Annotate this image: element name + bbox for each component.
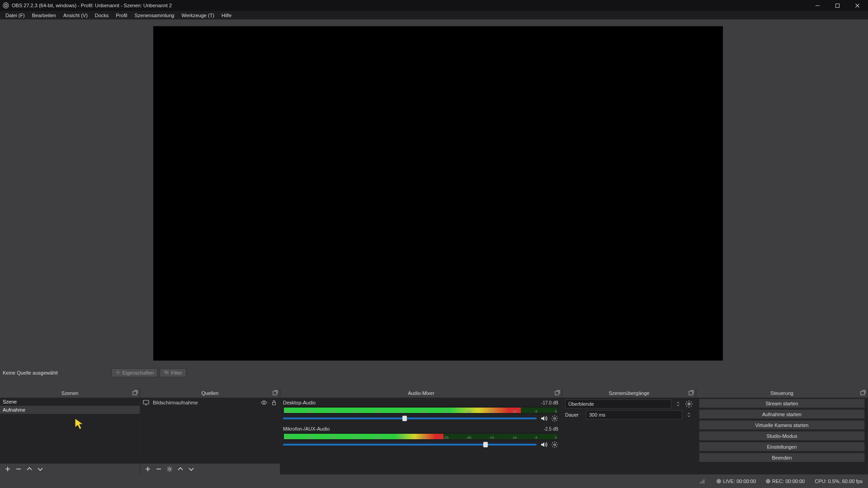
controls-dock: Steuerung Stream starten Aufnahme starte… <box>696 389 868 474</box>
scenes-header[interactable]: Szenen <box>0 389 140 398</box>
svg-rect-15 <box>689 391 693 395</box>
no-source-label: Keine Quelle ausgewählt <box>3 370 58 375</box>
filter-icon <box>164 370 171 376</box>
speaker-icon[interactable] <box>540 441 547 448</box>
cpu-status: CPU: 0.5%, 60.00 fps <box>815 479 863 484</box>
add-source-button[interactable] <box>144 465 152 473</box>
source-row[interactable]: Bildschirmaufnahme <box>140 398 280 408</box>
menu-docks[interactable]: Docks <box>92 12 112 19</box>
menubar: Datei (F) Bearbeiten Ansicht (V) Docks P… <box>0 11 868 19</box>
mixer-channel: Mikrofon-/AUX-Audio -2.5 dB -60-55-50-45… <box>283 426 558 448</box>
svg-rect-6 <box>133 391 137 395</box>
svg-point-14 <box>554 444 556 446</box>
channel-name: Desktop-Audio <box>283 400 316 405</box>
sources-title: Quellen <box>202 390 219 396</box>
scenes-list: Szene Aufnahme <box>0 398 140 464</box>
remove-source-button[interactable] <box>155 465 163 473</box>
window-title: OBS 27.2.3 (64-bit, windows) - Profil: U… <box>12 3 172 8</box>
mixer-body: Desktop-Audio -17.0 dB -60-55-50-45-40-3… <box>280 398 562 474</box>
display-capture-icon <box>143 399 149 406</box>
svg-rect-8 <box>143 400 149 404</box>
controls-body: Stream starten Aufnahme starten Virtuell… <box>696 398 868 474</box>
source-up-button[interactable] <box>176 465 184 473</box>
sources-header[interactable]: Quellen <box>140 389 280 398</box>
preview-canvas[interactable] <box>153 26 723 361</box>
properties-button[interactable]: Eigenschaften <box>111 368 158 377</box>
live-status: LIVE: 00:00:00 <box>717 479 756 484</box>
speaker-icon[interactable] <box>540 415 547 422</box>
duration-input[interactable]: 300 ms <box>586 410 682 419</box>
start-stream-button[interactable]: Stream starten <box>699 399 865 408</box>
svg-point-13 <box>554 418 556 419</box>
studio-mode-button[interactable]: Studio-Modus <box>699 431 865 441</box>
popout-icon[interactable] <box>132 390 138 395</box>
eye-icon[interactable] <box>261 399 267 406</box>
mixer-channels: Desktop-Audio -17.0 dB -60-55-50-45-40-3… <box>280 398 562 474</box>
svg-point-3 <box>117 372 118 373</box>
transition-select[interactable]: Überblende <box>565 399 671 408</box>
svg-point-9 <box>263 402 265 404</box>
svg-rect-17 <box>861 391 864 395</box>
svg-rect-19 <box>702 481 703 483</box>
menu-view[interactable]: Ansicht (V) <box>61 12 90 19</box>
scene-item[interactable]: Aufnahme <box>0 406 140 414</box>
source-down-button[interactable] <box>187 465 195 473</box>
sources-list: Bildschirmaufnahme <box>140 398 280 464</box>
maximize-button[interactable] <box>827 0 847 11</box>
slider-thumb[interactable] <box>483 442 488 447</box>
source-properties-button[interactable] <box>165 465 174 473</box>
add-scene-button[interactable] <box>4 465 12 473</box>
scenes-dock: Szenen Szene Aufnahme <box>0 389 140 474</box>
menu-profile[interactable]: Profil <box>113 12 130 19</box>
remove-scene-button[interactable] <box>14 465 23 473</box>
docks-row: Szenen Szene Aufnahme Quellen Bildschirm… <box>0 389 868 474</box>
exit-button[interactable]: Beenden <box>699 453 865 462</box>
filters-button[interactable]: Filter <box>160 368 186 377</box>
chevron-updown-icon[interactable] <box>685 411 693 419</box>
volume-meter: -60-55-50-45-40-35-30-25-20-15-10-50 <box>283 406 558 414</box>
popout-icon[interactable] <box>273 390 278 395</box>
svg-rect-12 <box>555 391 559 395</box>
chevron-updown-icon[interactable] <box>674 400 682 408</box>
mixer-channel: Desktop-Audio -17.0 dB -60-55-50-45-40-3… <box>283 399 558 422</box>
scene-up-button[interactable] <box>25 465 33 473</box>
properties-label: Eigenschaften <box>123 370 154 375</box>
scene-item[interactable]: Szene <box>0 398 140 406</box>
source-infobar: Keine Quelle ausgewählt Eigenschaften Fi… <box>0 367 868 378</box>
volume-slider[interactable] <box>283 444 537 446</box>
popout-icon[interactable] <box>555 390 560 395</box>
scene-down-button[interactable] <box>36 465 44 473</box>
lock-icon[interactable] <box>271 399 277 406</box>
controls-title: Steuerung <box>770 390 793 396</box>
volume-slider[interactable] <box>283 418 537 419</box>
popout-icon[interactable] <box>860 390 866 395</box>
popout-icon[interactable] <box>689 390 694 395</box>
transitions-title: Szenenübergänge <box>609 390 650 396</box>
menu-tools[interactable]: Werkzeuge (T) <box>179 12 217 19</box>
close-button[interactable] <box>847 0 867 11</box>
gear-icon[interactable] <box>551 415 558 422</box>
svg-point-0 <box>3 3 9 8</box>
menu-edit[interactable]: Bearbeiten <box>29 12 59 19</box>
mixer-header[interactable]: Audio-Mixer <box>280 389 562 398</box>
mixer-title: Audio-Mixer <box>408 390 434 396</box>
virtual-cam-button[interactable]: Virtuelle Kamera starten <box>699 420 865 430</box>
start-record-button[interactable]: Aufnahme starten <box>699 409 865 419</box>
minimize-button[interactable] <box>807 0 827 11</box>
settings-button[interactable]: Einstellungen <box>699 442 865 451</box>
menu-scenes[interactable]: Szenensammlung <box>132 12 177 19</box>
source-name: Bildschirmaufnahme <box>153 400 198 405</box>
gear-icon[interactable] <box>551 441 558 448</box>
obs-logo-icon <box>3 2 9 9</box>
scenes-toolbar <box>0 464 140 474</box>
menu-file[interactable]: Datei (F) <box>3 12 28 19</box>
gear-icon[interactable] <box>685 400 693 408</box>
controls-header[interactable]: Steuerung <box>696 389 868 398</box>
window-controls <box>807 0 867 11</box>
rec-status: REC: 00:00:00 <box>766 479 805 484</box>
network-status-icon <box>699 479 707 484</box>
transitions-header[interactable]: Szenenübergänge <box>562 389 696 398</box>
slider-thumb[interactable] <box>402 416 407 421</box>
menu-help[interactable]: Hilfe <box>219 12 234 19</box>
volume-meter: -60-55-50-45-40-35-30-25-20-15-10-50 <box>283 432 558 441</box>
